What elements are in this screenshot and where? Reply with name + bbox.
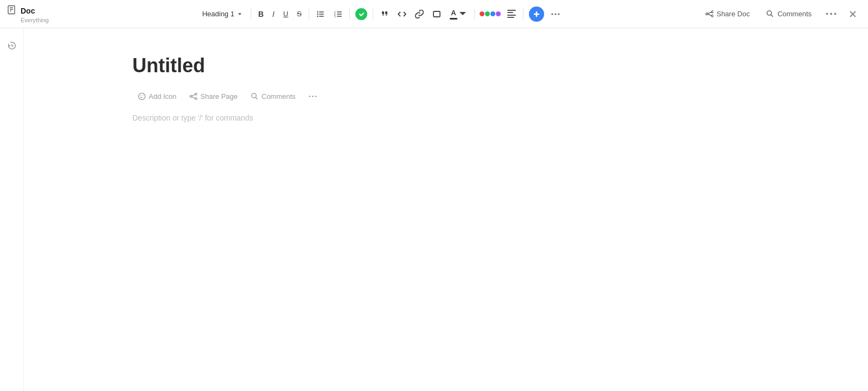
left-sidebar	[0, 28, 24, 391]
link-button[interactable]	[411, 7, 427, 21]
svg-line-28	[771, 15, 773, 17]
more-button-right[interactable]	[821, 9, 841, 18]
share-page-label: Share Page	[200, 92, 238, 100]
svg-rect-16	[433, 11, 440, 17]
doc-title-label: Doc	[21, 7, 35, 15]
svg-point-19	[551, 13, 553, 15]
italic-label: I	[272, 10, 275, 18]
bullet-list-button[interactable]	[312, 7, 329, 21]
share-doc-button[interactable]: Share Doc	[699, 7, 756, 21]
color-dot-purple	[496, 11, 501, 16]
main-content: Untitled Add Icon Share Page	[24, 28, 868, 391]
numbered-list-button[interactable]: 1. 2. 3.	[330, 7, 346, 21]
code-button[interactable]	[394, 7, 410, 21]
svg-point-27	[767, 11, 771, 15]
comments-search-icon	[766, 10, 774, 18]
toolbar-right: Share Doc Comments	[699, 7, 861, 22]
embed-button[interactable]	[429, 7, 445, 21]
color-dots	[480, 11, 501, 16]
svg-rect-7	[319, 14, 324, 15]
status-check-icon	[355, 8, 367, 20]
divider-3	[349, 9, 350, 20]
share-page-button[interactable]: Share Page	[184, 90, 243, 103]
svg-point-29	[826, 13, 828, 15]
text-color-button[interactable]: A	[446, 6, 471, 22]
page-comments-icon	[251, 92, 259, 100]
text-color-a: A	[451, 9, 456, 17]
page-title[interactable]: Untitled	[132, 54, 760, 77]
svg-point-48	[315, 96, 317, 97]
add-icon-label: Add Icon	[149, 92, 176, 100]
svg-point-36	[138, 93, 145, 99]
format-toolbar: Heading 1 B I U S	[63, 6, 699, 22]
page-more-icon	[309, 92, 317, 100]
share-icon	[705, 10, 713, 18]
more-options-button[interactable]	[547, 7, 564, 21]
strikethrough-button[interactable]: S	[293, 7, 305, 21]
share-doc-label: Share Doc	[717, 10, 750, 18]
page-description[interactable]: Description or type '/' for commands	[132, 113, 760, 122]
divider-4	[373, 9, 373, 20]
divider-2	[309, 9, 309, 20]
page-actions: Add Icon Share Page Comments	[132, 90, 760, 103]
close-icon	[848, 10, 857, 18]
svg-point-23	[711, 15, 713, 17]
svg-point-46	[309, 96, 310, 97]
page-more-button[interactable]	[303, 90, 322, 103]
color-dot-red	[480, 11, 484, 16]
bold-button[interactable]: B	[254, 7, 267, 21]
main-toolbar: Doc Everything Heading 1 B I U S	[0, 0, 868, 28]
check-svg	[358, 10, 365, 17]
numbered-list-icon: 1. 2. 3.	[334, 10, 342, 18]
doc-icon-row: Doc	[7, 5, 50, 17]
svg-point-30	[830, 13, 832, 15]
svg-line-45	[256, 97, 258, 99]
add-content-button[interactable]	[529, 7, 544, 22]
color-dot-green	[485, 11, 490, 16]
plus-icon	[532, 10, 541, 18]
svg-point-24	[706, 13, 708, 15]
sidebar-history-button[interactable]	[3, 37, 21, 54]
divider-5	[474, 9, 475, 20]
underline-button[interactable]: U	[279, 7, 292, 21]
text-color-bar	[450, 18, 457, 20]
svg-line-42	[192, 97, 195, 98]
align-icon	[507, 10, 516, 18]
comments-label: Comments	[777, 10, 812, 18]
page-comments-button[interactable]: Comments	[245, 90, 301, 103]
svg-rect-15	[337, 16, 342, 17]
comments-button[interactable]: Comments	[760, 7, 818, 21]
svg-rect-11	[337, 11, 342, 12]
add-icon-button[interactable]: Add Icon	[132, 90, 182, 103]
more-dots-right-icon	[826, 12, 837, 15]
divider-1	[251, 9, 251, 20]
close-button[interactable]	[844, 7, 861, 22]
quote-button[interactable]	[376, 7, 393, 21]
align-button[interactable]	[503, 7, 520, 21]
svg-rect-5	[319, 11, 324, 12]
history-icon	[7, 41, 17, 51]
chevron-down-icon	[237, 11, 243, 17]
svg-point-8	[317, 15, 318, 16]
bullet-list-icon	[316, 10, 325, 18]
italic-button[interactable]: I	[269, 7, 278, 21]
page-comments-label: Comments	[261, 92, 296, 100]
svg-point-31	[834, 13, 837, 15]
code-icon	[398, 10, 406, 18]
heading-dropdown[interactable]: Heading 1	[198, 7, 247, 21]
link-icon	[415, 10, 424, 18]
svg-point-39	[195, 93, 197, 95]
svg-rect-9	[319, 16, 324, 17]
svg-text:3.: 3.	[334, 15, 336, 17]
svg-line-25	[708, 14, 712, 16]
svg-point-41	[190, 96, 192, 97]
svg-point-6	[317, 13, 318, 14]
svg-point-22	[711, 11, 713, 13]
text-color-indicator: A	[450, 9, 457, 20]
svg-point-4	[317, 11, 318, 12]
svg-point-40	[195, 98, 197, 99]
svg-point-47	[312, 96, 314, 97]
svg-point-21	[558, 13, 559, 15]
underline-label: U	[283, 10, 288, 18]
share-page-icon	[189, 92, 197, 100]
